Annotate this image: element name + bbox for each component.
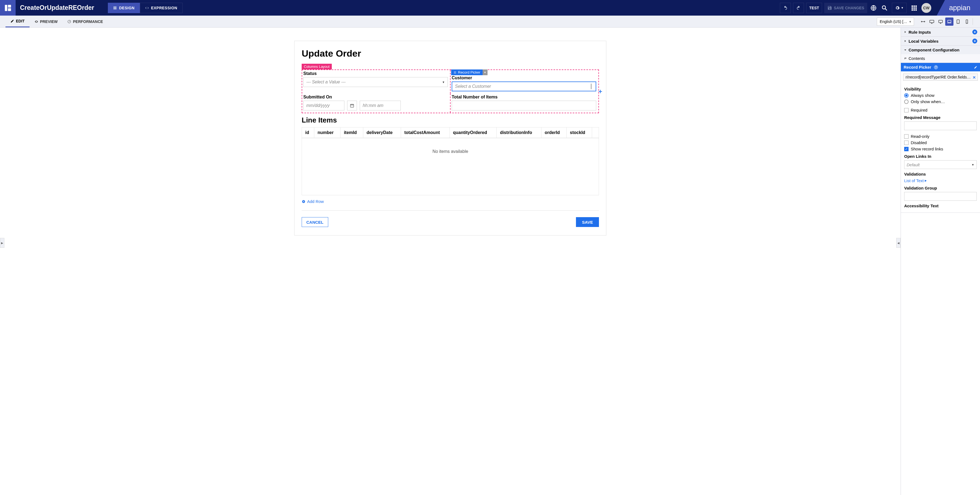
disabled-label: Disabled [911, 140, 927, 145]
svg-rect-20 [939, 20, 942, 22]
tab-expression-label: EXPRESSION [151, 6, 177, 10]
status-placeholder: --- Select a Value --- [306, 79, 345, 84]
settings-menu[interactable]: ▼ [892, 3, 907, 13]
cancel-button[interactable]: CANCEL [302, 217, 328, 227]
record-picker-tag-dropdown[interactable]: ▼ [483, 70, 488, 75]
columns-layout-selection[interactable]: ＋ Status --- Select a Value --- Record P… [302, 70, 599, 113]
date-input[interactable]: mm/dd/yyyy [303, 101, 344, 111]
tab-edit-label: EDIT [16, 19, 25, 23]
col-id[interactable]: id [302, 127, 314, 138]
svg-rect-19 [930, 20, 934, 22]
add-local-var-icon[interactable]: + [972, 38, 977, 43]
line-items-table: id number itemId deliveryDate totalCostA… [302, 127, 599, 195]
svg-rect-9 [912, 5, 913, 7]
readonly-checkbox[interactable]: Read-only [904, 134, 977, 139]
visibility-always-radio[interactable]: Always show [904, 93, 977, 98]
apps-grid-icon[interactable] [910, 5, 918, 11]
record-picker-header-label: Record Picker [904, 65, 931, 70]
svg-rect-12 [912, 7, 913, 9]
open-links-value: Default [907, 162, 920, 167]
col-number[interactable]: number [314, 127, 340, 138]
clear-chip-icon[interactable]: ✕ [973, 75, 976, 79]
local-variables-header[interactable]: Local Variables + [901, 36, 980, 45]
contents-row[interactable]: Contents [901, 54, 980, 63]
line-items-title: Line Items [302, 116, 599, 124]
user-avatar[interactable]: CW [921, 3, 931, 13]
save-button[interactable]: SAVE [576, 217, 599, 227]
secondary-bar: EDIT PREVIEW PERFORMANCE English (US) [… [0, 16, 980, 28]
svg-rect-16 [913, 9, 915, 11]
status-select[interactable]: --- Select a Value --- [303, 77, 448, 87]
component-config-header[interactable]: Component Configuration [901, 46, 980, 54]
svg-rect-11 [915, 5, 917, 7]
validation-group-input[interactable] [904, 192, 977, 201]
svg-rect-15 [912, 9, 913, 11]
header-tools: TEST SAVE CHANGES [780, 3, 867, 13]
columns-layout-tag[interactable]: Columns Layout [302, 64, 332, 70]
col-itemid[interactable]: itemId [340, 127, 363, 138]
rule-inputs-header[interactable]: Rule Inputs + [901, 28, 980, 36]
record-picker-tag[interactable]: Record Picker [451, 70, 483, 75]
tab-performance-label: PERFORMANCE [73, 19, 103, 24]
test-label: TEST [809, 6, 819, 10]
col-deliverydate[interactable]: deliveryDate [363, 127, 401, 138]
phone-icon[interactable] [963, 17, 971, 26]
save-changes-button[interactable]: SAVE CHANGES [824, 3, 867, 13]
desktop-wide-icon[interactable] [928, 17, 936, 26]
col-orderid[interactable]: orderId [541, 127, 566, 138]
col-totalcost[interactable]: totalCostAmount [401, 127, 450, 138]
readonly-label: Read-only [911, 134, 929, 139]
tab-edit[interactable]: EDIT [5, 16, 30, 27]
undo-button[interactable] [780, 3, 791, 13]
col-stockid[interactable]: stockId [566, 127, 592, 138]
open-links-select[interactable]: Default [904, 160, 977, 169]
value-expression-chip[interactable]: ri!record[recordType!RE Order.fields… ✕ [903, 74, 978, 81]
chip-text: ri!record[recordType!RE Order.fields… [905, 75, 971, 79]
svg-rect-17 [915, 9, 917, 11]
fit-width-icon[interactable] [919, 17, 927, 26]
show-record-links-checkbox[interactable]: ✓Show record links [904, 147, 977, 151]
required-msg-label: Required Message [904, 115, 977, 120]
search-icon[interactable] [881, 5, 888, 11]
record-picker-selected-header[interactable]: Record Picker ? [901, 63, 980, 71]
svg-point-25 [967, 22, 967, 23]
visibility-onlywhen-radio[interactable]: Only show when… [904, 99, 977, 104]
tab-preview[interactable]: PREVIEW [30, 16, 63, 27]
app-logo-icon[interactable] [0, 0, 16, 16]
tab-design[interactable]: DESIGN [108, 3, 140, 13]
time-placeholder: hh:mm am [363, 103, 383, 108]
laptop-icon[interactable] [945, 17, 953, 26]
add-row-link[interactable]: Add Row [302, 195, 599, 204]
required-checkbox[interactable]: Required [904, 108, 977, 113]
tab-performance[interactable]: PERFORMANCE [62, 16, 108, 27]
total-items-input[interactable] [452, 101, 596, 111]
language-selector[interactable]: English (US) [… [877, 17, 914, 26]
disabled-checkbox[interactable]: Disabled [904, 140, 977, 145]
show-links-label: Show record links [911, 147, 943, 151]
help-icon[interactable]: ? [934, 65, 938, 69]
edit-expression-icon[interactable] [974, 66, 977, 69]
col-distribution[interactable]: distributionInfo [496, 127, 541, 138]
globe-icon[interactable] [870, 5, 877, 11]
left-panel-collapse-handle[interactable]: ▶ [0, 238, 5, 248]
tablet-icon[interactable] [954, 17, 962, 26]
list-of-text-link[interactable]: List of Text▸ [904, 178, 977, 183]
date-placeholder: mm/dd/yyyy [306, 103, 329, 108]
redo-button[interactable] [793, 3, 804, 13]
right-panel-collapse-handle[interactable]: ◀ [896, 238, 900, 248]
required-msg-input[interactable] [904, 121, 977, 130]
tab-expression[interactable]: EXPRESSION [140, 3, 183, 13]
customer-record-picker[interactable]: Select a Customer [452, 81, 596, 91]
visibility-label: Visibility [904, 87, 977, 91]
mode-tabs: DESIGN EXPRESSION [108, 3, 183, 13]
calendar-icon[interactable] [347, 101, 357, 111]
test-button[interactable]: TEST [806, 3, 822, 13]
required-label: Required [911, 108, 928, 113]
svg-rect-3 [114, 6, 115, 8]
form-canvas: Update Order Columns Layout ＋ Status ---… [294, 41, 606, 235]
col-quantity[interactable]: quantityOrdered [450, 127, 496, 138]
add-rule-input-icon[interactable]: + [972, 30, 977, 35]
svg-rect-10 [913, 5, 915, 7]
desktop-icon[interactable] [937, 17, 945, 26]
time-input[interactable]: hh:mm am [360, 101, 401, 111]
